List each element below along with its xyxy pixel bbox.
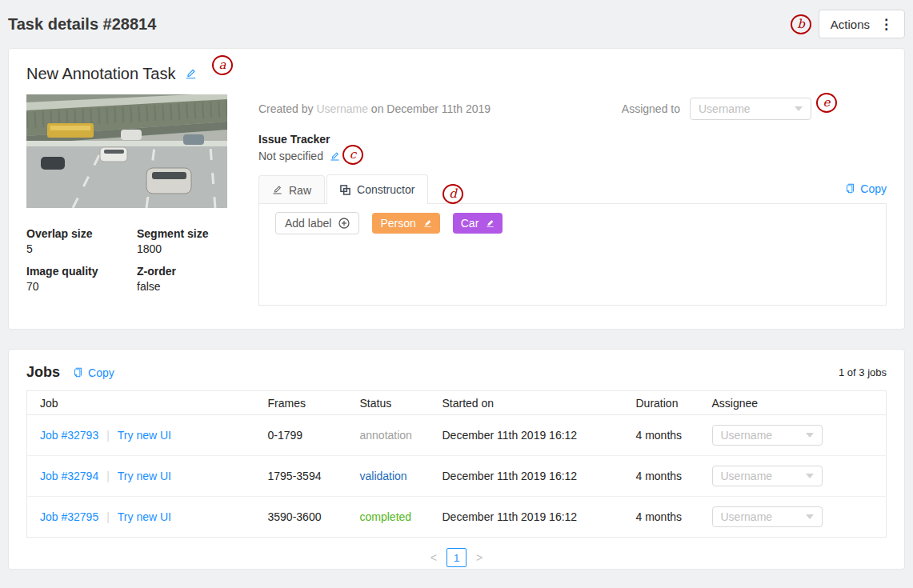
pagination-prev[interactable]: < (430, 551, 437, 564)
tab-constructor[interactable]: Constructor (326, 174, 428, 204)
add-label-text: Add label (285, 217, 331, 230)
copy-jobs-link[interactable]: Copy (73, 366, 114, 379)
column-header-job: Job (27, 391, 255, 415)
created-prefix: Created by (258, 102, 313, 115)
param-label: Segment size (137, 227, 227, 240)
job-duration: 4 months (623, 415, 699, 456)
label-tag-car[interactable]: Car (453, 213, 503, 234)
page-header: Task details #28814 Actions ⋮ (0, 0, 913, 48)
issue-tracker-value: Not specified (258, 150, 323, 162)
job-frames: 3590-3600 (255, 497, 347, 538)
plus-circle-icon (338, 218, 350, 229)
try-new-ui-link[interactable]: Try new UI (118, 510, 171, 523)
task-meta-row: Created by Username on December 11th 201… (258, 98, 887, 120)
edit-label-icon (486, 219, 495, 228)
assigned-to-group: Assigned to Username (622, 98, 811, 120)
page-title: Task details #28814 (8, 15, 156, 34)
param-label: Overlap size (26, 227, 137, 240)
separator: | (106, 470, 110, 482)
job-duration: 4 months (623, 497, 699, 538)
try-new-ui-link[interactable]: Try new UI (118, 429, 171, 442)
created-suffix: on December 11th 2019 (371, 102, 491, 115)
add-label-button[interactable]: Add label (275, 212, 359, 234)
tab-raw-label: Raw (289, 184, 311, 197)
job-started: December 11th 2019 16:12 (430, 415, 623, 456)
jobs-title: Jobs (26, 364, 60, 381)
job-link[interactable]: Job #32795 (40, 510, 98, 523)
job-row: Job #32794|Try new UI 1795-3594 validati… (27, 456, 887, 497)
param-value: 1800 (137, 242, 227, 255)
kebab-menu-icon: ⋮ (879, 18, 893, 31)
tab-raw[interactable]: Raw (258, 175, 325, 204)
copy-icon (73, 367, 83, 378)
labels-constructor-panel: Add label Person Car (258, 203, 887, 306)
jobs-card: Jobs Copy 1 of 3 jobs Job Frames Status … (8, 349, 905, 570)
chevron-down-icon (795, 106, 803, 111)
job-status: validation (360, 470, 407, 482)
try-new-ui-link[interactable]: Try new UI (118, 470, 171, 482)
pagination-next[interactable]: > (476, 551, 483, 564)
param-value: 70 (26, 280, 137, 293)
job-row: Job #32795|Try new UI 3590-3600 complete… (27, 497, 887, 538)
raw-edit-icon (272, 185, 282, 195)
copy-icon (845, 183, 855, 194)
job-row: Job #32793|Try new UI 0-1799 annotation … (27, 415, 887, 456)
job-frames: 1795-3594 (255, 456, 347, 497)
issue-tracker-label: Issue Tracker (258, 133, 887, 146)
job-assignee-value: Username (721, 510, 773, 523)
param-segment-size: Segment size 1800 (137, 227, 227, 255)
param-label: Z-order (137, 265, 227, 278)
label-tag-person[interactable]: Person (372, 213, 439, 234)
chevron-down-icon (806, 433, 814, 438)
assigned-to-label: Assigned to (622, 102, 680, 115)
column-header-assignee: Assignee (699, 391, 887, 415)
edit-task-name-icon[interactable] (185, 68, 197, 80)
tab-constructor-label: Constructor (357, 183, 414, 196)
task-assignee-value: Username (699, 102, 751, 115)
param-value: 5 (26, 242, 137, 255)
param-label: Image quality (26, 265, 137, 278)
task-name: New Annotation Task (26, 65, 175, 83)
separator: | (106, 510, 110, 523)
edit-issue-tracker-icon[interactable] (330, 151, 340, 162)
created-by-text: Created by Username on December 11th 201… (258, 102, 491, 115)
jobs-table-header-row: Job Frames Status Started on Duration As… (27, 391, 887, 415)
column-header-duration: Duration (623, 391, 699, 415)
job-assignee-select[interactable]: Username (712, 466, 823, 486)
task-name-row: New Annotation Task (26, 65, 887, 83)
actions-button[interactable]: Actions ⋮ (819, 10, 905, 38)
jobs-header: Jobs Copy 1 of 3 jobs (26, 364, 887, 381)
label-tag-name: Car (461, 217, 479, 230)
jobs-pagination: < 1 > (26, 548, 887, 567)
job-started: December 11th 2019 16:12 (430, 456, 623, 497)
pagination-page-1[interactable]: 1 (446, 548, 467, 567)
chevron-down-icon (806, 474, 814, 478)
copy-jobs-label: Copy (88, 366, 114, 379)
task-right-column: Created by Username on December 11th 201… (258, 94, 887, 306)
created-by-user: Username (316, 102, 368, 115)
column-header-status: Status (347, 391, 430, 415)
task-preview-image (26, 94, 227, 208)
task-body: Overlap size 5 Segment size 1800 Image q… (26, 94, 887, 306)
job-assignee-value: Username (721, 470, 773, 482)
job-assignee-select[interactable]: Username (712, 506, 823, 527)
copy-labels-link[interactable]: Copy (845, 182, 887, 195)
job-frames: 0-1799 (255, 415, 347, 456)
separator: | (106, 429, 110, 442)
task-details-card: New Annotation Task (8, 48, 905, 330)
labels-tabs: Raw Constructor Copy (258, 174, 887, 203)
chevron-down-icon (806, 514, 814, 519)
column-header-started: Started on (430, 391, 623, 415)
actions-button-label: Actions (831, 18, 870, 31)
edit-label-icon (423, 219, 432, 228)
task-left-column: Overlap size 5 Segment size 1800 Image q… (26, 94, 227, 306)
job-link[interactable]: Job #32793 (40, 429, 98, 442)
job-link[interactable]: Job #32794 (40, 470, 98, 482)
job-assignee-select[interactable]: Username (712, 425, 823, 446)
task-assignee-select[interactable]: Username (690, 98, 811, 120)
copy-labels-label: Copy (860, 182, 887, 195)
constructor-icon (340, 185, 350, 195)
param-image-quality: Image quality 70 (26, 265, 137, 293)
label-tag-name: Person (380, 217, 415, 230)
column-header-frames: Frames (255, 391, 347, 415)
